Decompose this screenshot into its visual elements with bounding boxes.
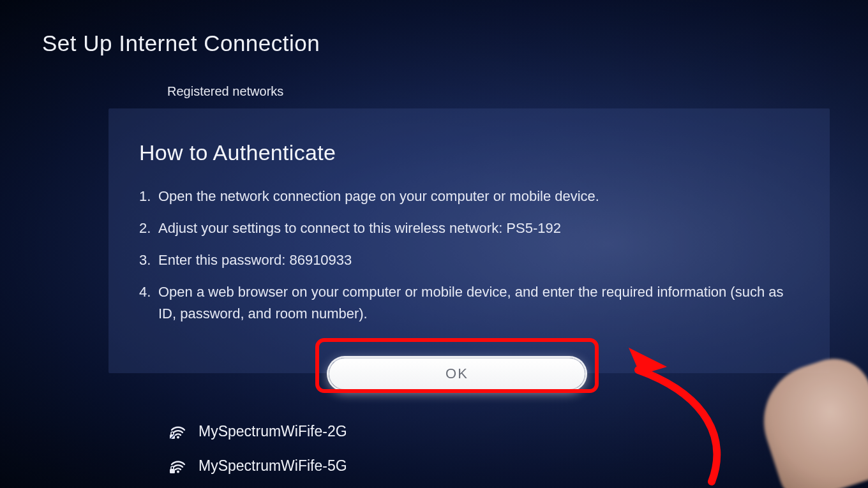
svg-point-0 bbox=[177, 436, 179, 439]
registered-networks-label: Registered networks bbox=[167, 84, 283, 99]
settings-screen: Set Up Internet Connection Registered ne… bbox=[0, 0, 868, 488]
ok-button-container: OK bbox=[329, 356, 585, 392]
step-number: 3. bbox=[139, 249, 158, 271]
step-1: 1.Open the network connection page on yo… bbox=[139, 186, 799, 207]
network-item-5g[interactable]: MySpectrumWiFife-5G bbox=[169, 448, 830, 483]
wifi-locked-icon bbox=[169, 422, 187, 440]
step-number: 4. bbox=[139, 281, 158, 325]
step-text: Enter this password: 86910933 bbox=[158, 249, 799, 271]
wifi-locked-icon bbox=[169, 457, 187, 475]
svg-point-3 bbox=[177, 471, 179, 473]
step-text: Adjust your settings to connect to this … bbox=[158, 218, 799, 239]
step-2: 2.Adjust your settings to connect to thi… bbox=[139, 218, 799, 239]
dialog-title: How to Authenticate bbox=[139, 140, 799, 165]
network-item-2g[interactable]: MySpectrumWiFife-2G bbox=[169, 414, 830, 448]
network-name: MySpectrumWiFife-5G bbox=[198, 457, 347, 475]
step-3: 3.Enter this password: 86910933 bbox=[139, 249, 799, 271]
ok-button[interactable]: OK bbox=[329, 358, 585, 390]
step-text: Open the network connection page on your… bbox=[158, 186, 799, 207]
page-title: Set Up Internet Connection bbox=[42, 31, 320, 56]
network-name: MySpectrumWiFife-2G bbox=[198, 423, 347, 440]
svg-rect-4 bbox=[170, 469, 175, 473]
step-number: 1. bbox=[139, 186, 158, 207]
network-list: MySpectrumWiFife-2G MySpectrumWiFife-5G bbox=[169, 414, 830, 483]
authenticate-dialog: How to Authenticate 1.Open the network c… bbox=[108, 108, 830, 373]
step-4: 4.Open a web browser on your computer or… bbox=[139, 281, 799, 325]
instruction-steps: 1.Open the network connection page on yo… bbox=[139, 186, 799, 325]
step-text: Open a web browser on your computer or m… bbox=[158, 281, 799, 325]
step-number: 2. bbox=[139, 218, 158, 239]
